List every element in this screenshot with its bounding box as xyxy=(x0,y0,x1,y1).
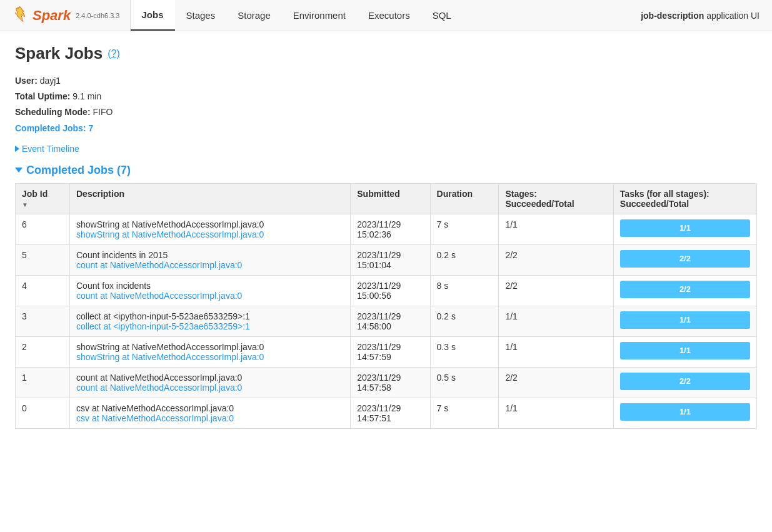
cell-stages: 1/1 xyxy=(499,336,613,367)
table-row: 3collect at <ipython-input-5-523ae653325… xyxy=(16,306,757,336)
th-job-id-label: Job Id xyxy=(22,189,48,199)
main-content: Spark Jobs (?) User: dayj1 Total Uptime:… xyxy=(0,31,772,441)
cell-description: count at NativeMethodAccessorImpl.java:0… xyxy=(70,367,351,398)
table-body: 6showString at NativeMethodAccessorImpl.… xyxy=(16,214,757,428)
cell-submitted: 2023/11/2914:57:59 xyxy=(351,336,430,367)
cell-duration: 0.5 s xyxy=(430,367,499,398)
cell-job-id: 6 xyxy=(16,214,70,244)
cell-description: collect at <ipython-input-5-523ae6533259… xyxy=(70,306,351,336)
table-row: 2showString at NativeMethodAccessorImpl.… xyxy=(16,336,757,367)
cell-duration: 7 s xyxy=(430,398,499,428)
event-timeline-link[interactable]: Event Timeline xyxy=(15,144,757,154)
desc-link[interactable]: showString at NativeMethodAccessorImpl.j… xyxy=(76,352,344,362)
triangle-down-icon xyxy=(15,168,23,173)
flame-icon xyxy=(10,6,30,26)
info-section: User: dayj1 Total Uptime: 9.1 min Schedu… xyxy=(15,73,757,136)
event-timeline-label: Event Timeline xyxy=(22,144,79,154)
tasks-progress-bar: 2/2 xyxy=(620,373,750,390)
uptime-row: Total Uptime: 9.1 min xyxy=(15,89,757,104)
desc-main: showString at NativeMethodAccessorImpl.j… xyxy=(76,219,344,229)
table-header-row: Job Id ▼ Description Submitted Duration … xyxy=(16,183,757,214)
cell-duration: 8 s xyxy=(430,275,499,306)
brand-area: Spark 2.4.0-cdh6.3.3 xyxy=(0,0,131,31)
desc-link[interactable]: collect at <ipython-input-5-523ae6533259… xyxy=(76,321,344,331)
cell-job-id: 5 xyxy=(16,244,70,275)
spark-logo: Spark 2.4.0-cdh6.3.3 xyxy=(10,6,120,26)
submitted-date: 2023/11/29 xyxy=(357,311,401,321)
submitted-date: 2023/11/29 xyxy=(357,219,401,229)
completed-jobs-label: Completed Jobs: xyxy=(15,123,86,133)
sort-indicator: ▼ xyxy=(22,201,28,208)
table-row: 5Count incidents in 2015count at NativeM… xyxy=(16,244,757,275)
uptime-value: 9.1 min xyxy=(73,91,101,101)
nav-item-storage[interactable]: Storage xyxy=(226,0,282,31)
completed-jobs-value: 7 xyxy=(88,123,93,133)
table-row: 1count at NativeMethodAccessorImpl.java:… xyxy=(16,367,757,398)
cell-submitted: 2023/11/2915:00:56 xyxy=(351,275,430,306)
table-head: Job Id ▼ Description Submitted Duration … xyxy=(16,183,757,214)
desc-main: collect at <ipython-input-5-523ae6533259… xyxy=(76,311,344,321)
cell-tasks: 2/2 xyxy=(613,244,756,275)
th-duration: Duration xyxy=(430,183,499,214)
app-title-prefix: job-description xyxy=(641,11,704,21)
desc-link[interactable]: count at NativeMethodAccessorImpl.java:0 xyxy=(76,383,344,393)
tasks-progress-bar: 1/1 xyxy=(620,403,750,421)
desc-link[interactable]: showString at NativeMethodAccessorImpl.j… xyxy=(76,229,344,239)
cell-stages: 2/2 xyxy=(499,367,613,398)
submitted-date: 2023/11/29 xyxy=(357,373,401,383)
cell-stages: 1/1 xyxy=(499,306,613,336)
completed-jobs-section-header: Completed Jobs (7) xyxy=(15,164,757,177)
cell-duration: 7 s xyxy=(430,214,499,244)
help-link[interactable]: (?) xyxy=(108,48,120,59)
section-title: Completed Jobs (7) xyxy=(26,164,131,177)
nav-item-environment[interactable]: Environment xyxy=(282,0,357,31)
tasks-progress-bar: 2/2 xyxy=(620,250,750,268)
app-title-suffix: application UI xyxy=(704,11,759,21)
cell-submitted: 2023/11/2915:01:04 xyxy=(351,244,430,275)
app-title: job-description application UI xyxy=(641,11,772,21)
nav-item-executors[interactable]: Executors xyxy=(357,0,421,31)
submitted-date: 2023/11/29 xyxy=(357,281,401,291)
submitted-time: 14:57:58 xyxy=(357,383,391,393)
tasks-progress-bar: 1/1 xyxy=(620,219,750,237)
cell-tasks: 1/1 xyxy=(613,214,756,244)
th-description: Description xyxy=(70,183,351,214)
th-duration-label: Duration xyxy=(437,189,473,199)
submitted-time: 15:01:04 xyxy=(357,260,391,270)
uptime-label: Total Uptime: xyxy=(15,91,70,101)
desc-main: csv at NativeMethodAccessorImpl.java:0 xyxy=(76,403,344,413)
completed-jobs-link[interactable]: Completed Jobs: 7 xyxy=(15,123,93,133)
jobs-table: Job Id ▼ Description Submitted Duration … xyxy=(15,183,757,429)
completed-jobs-row: Completed Jobs: 7 xyxy=(15,121,757,136)
desc-link[interactable]: count at NativeMethodAccessorImpl.java:0 xyxy=(76,291,344,301)
th-submitted-label: Submitted xyxy=(357,189,399,199)
submitted-date: 2023/11/29 xyxy=(357,342,401,352)
cell-tasks: 2/2 xyxy=(613,367,756,398)
nav-item-stages[interactable]: Stages xyxy=(175,0,227,31)
cell-duration: 0.2 s xyxy=(430,306,499,336)
nav-links: Jobs Stages Storage Environment Executor… xyxy=(131,0,463,31)
th-tasks-label: Tasks (for all stages): xyxy=(620,189,709,199)
th-job-id[interactable]: Job Id ▼ xyxy=(16,183,70,214)
cell-description: showString at NativeMethodAccessorImpl.j… xyxy=(70,336,351,367)
tasks-progress-bar: 2/2 xyxy=(620,281,750,298)
cell-description: Count fox incidentscount at NativeMethod… xyxy=(70,275,351,306)
cell-submitted: 2023/11/2914:57:51 xyxy=(351,398,430,428)
page-title-text: Spark Jobs xyxy=(15,44,103,63)
user-row: User: dayj1 xyxy=(15,73,757,89)
th-description-label: Description xyxy=(76,189,124,199)
cell-stages: 2/2 xyxy=(499,275,613,306)
cell-description: Count incidents in 2015count at NativeMe… xyxy=(70,244,351,275)
submitted-time: 15:00:56 xyxy=(357,291,391,301)
triangle-right-icon xyxy=(15,146,19,152)
cell-job-id: 0 xyxy=(16,398,70,428)
submitted-time: 14:58:00 xyxy=(357,321,391,331)
cell-duration: 0.3 s xyxy=(430,336,499,367)
nav-item-sql[interactable]: SQL xyxy=(421,0,463,31)
navbar: Spark 2.4.0-cdh6.3.3 Jobs Stages Storage… xyxy=(0,0,772,31)
cell-submitted: 2023/11/2914:58:00 xyxy=(351,306,430,336)
desc-link[interactable]: csv at NativeMethodAccessorImpl.java:0 xyxy=(76,413,344,423)
spark-version: 2.4.0-cdh6.3.3 xyxy=(76,12,119,19)
nav-item-jobs[interactable]: Jobs xyxy=(131,0,175,31)
desc-link[interactable]: count at NativeMethodAccessorImpl.java:0 xyxy=(76,260,344,270)
